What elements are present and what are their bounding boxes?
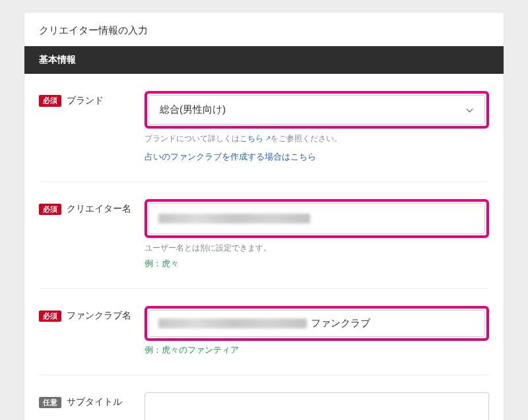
brand-helper-suffix: をご参照ください。 [271,134,342,143]
required-badge: 必須 [39,204,61,215]
fortune-fanclub-link[interactable]: 占いのファンクラブを作成する場合はこちら [145,152,489,163]
subtitle-label: サブタイトル [67,396,122,408]
fanclub-name-example: 例：虎々のファンティア [145,345,489,356]
brand-highlight: 総合(男性向け) [145,91,489,129]
label-col-fanclub-name: 必須 ファンクラブ名 [39,306,145,322]
brand-helper-link[interactable]: こちら ↗ [240,134,271,143]
label-col-subtitle: 任意 サブタイトル [39,392,145,408]
chevron-down-icon [467,108,474,112]
input-col-brand: 総合(男性向け) ブランドについて詳しくはこちら ↗をご参照ください。 占いのフ… [145,91,489,163]
fanclub-name-highlight: ファンクラブ [145,306,489,341]
brand-helper: ブランドについて詳しくはこちら ↗をご参照ください。 [145,133,489,145]
form-body: 必須 ブランド 総合(男性向け) ブランドについて詳しくはこちら ↗をご参照くだ… [24,74,504,420]
subtitle-textarea[interactable] [145,392,489,420]
input-col-fanclub-name: ファンクラブ 例：虎々のファンティア [145,306,489,356]
brand-select[interactable]: 総合(男性向け) [148,95,485,125]
fanclub-suffix: ファンクラブ [311,317,370,330]
fanclub-name-label: ファンクラブ名 [67,310,131,322]
optional-badge: 任意 [39,397,61,408]
row-brand: 必須 ブランド 総合(男性向け) ブランドについて詳しくはこちら ↗をご参照くだ… [39,74,489,182]
brand-label: ブランド [67,95,104,107]
blurred-content [158,214,310,224]
label-col-creator-name: 必須 クリエイター名 [39,199,145,215]
creator-info-card: クリエイター情報の入力 基本情報 必須 ブランド 総合(男性向け) ブランドにつ… [24,12,504,420]
creator-name-helper: ユーザー名とは別に設定できます。 [145,242,489,255]
blurred-content [158,318,307,328]
creator-name-example: 例：虎々 [145,258,489,270]
brand-helper-prefix: ブランドについて詳しくは [145,134,240,143]
row-creator-name: 必須 クリエイター名 ユーザー名とは別に設定できます。 例：虎々 [39,182,489,289]
creator-name-label: クリエイター名 [67,203,131,215]
creator-name-input[interactable] [148,203,485,234]
input-col-subtitle [145,392,489,420]
required-badge: 必須 [39,311,61,322]
section-basic-info: 基本情報 [24,46,504,74]
input-col-creator-name: ユーザー名とは別に設定できます。 例：虎々 [145,199,489,270]
row-fanclub-name: 必須 ファンクラブ名 ファンクラブ 例：虎々のファンティア [39,289,489,375]
row-subtitle: 任意 サブタイトル [39,375,489,420]
required-badge: 必須 [39,95,61,106]
fanclub-name-input[interactable]: ファンクラブ [148,310,485,337]
label-col-brand: 必須 ブランド [39,91,145,107]
page-title: クリエイター情報の入力 [24,13,504,46]
brand-selected-value: 総合(男性向け) [160,104,226,116]
external-link-icon: ↗ [263,135,271,142]
creator-name-highlight [145,199,489,238]
